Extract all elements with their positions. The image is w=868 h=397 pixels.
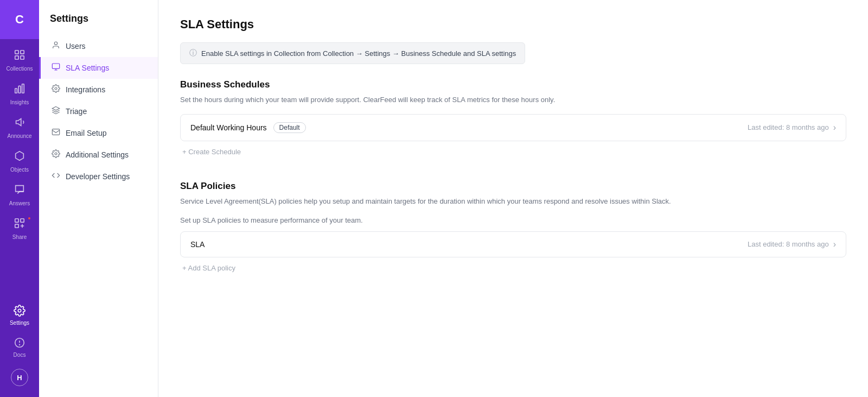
integrations-nav-label: Integrations: [66, 85, 105, 94]
docs-label: Docs: [14, 352, 26, 358]
sla-policy-last-edited: Last edited: 8 months ago: [748, 240, 829, 248]
sidebar-item-email-setup[interactable]: Email Setup: [39, 122, 158, 144]
info-banner-text: Enable SLA settings in Collection from C…: [201, 49, 516, 58]
svg-rect-16: [52, 129, 59, 135]
sidebar-item-triage[interactable]: Triage: [39, 100, 158, 122]
share-label: Share: [12, 234, 27, 240]
create-schedule-button[interactable]: + Create Schedule: [180, 142, 846, 161]
additional-settings-nav-label: Additional Settings: [66, 150, 129, 159]
sla-settings-icon: [52, 62, 60, 73]
card-row-right: Last edited: 8 months ago ›: [748, 123, 836, 133]
collections-label: Collections: [7, 66, 33, 72]
sidebar-item-docs[interactable]: Docs: [0, 332, 39, 362]
developer-settings-nav-label: Developer Settings: [66, 172, 130, 181]
svg-point-15: [55, 87, 57, 90]
default-working-hours-name: Default Working Hours: [190, 123, 267, 132]
docs-icon: [14, 337, 25, 350]
chevron-right-icon: ›: [833, 123, 836, 133]
objects-icon: [14, 150, 25, 165]
share-icon: [14, 217, 25, 232]
svg-point-17: [55, 153, 57, 155]
default-working-hours-last-edited: Last edited: 8 months ago: [748, 123, 829, 131]
users-nav-label: Users: [66, 42, 86, 51]
svg-point-12: [20, 344, 20, 345]
sidebar-item-collections[interactable]: Collections: [0, 43, 39, 77]
business-schedules-desc: Set the hours during which your team wil…: [180, 94, 846, 105]
logo-button[interactable]: C: [0, 0, 39, 39]
settings-label: Settings: [10, 320, 29, 326]
answers-icon: [14, 184, 25, 198]
svg-rect-0: [15, 51, 18, 54]
svg-rect-8: [21, 219, 24, 222]
sla-settings-nav-label: SLA Settings: [66, 64, 109, 72]
svg-rect-14: [52, 64, 59, 68]
avatar: H: [11, 369, 28, 386]
triage-nav-label: Triage: [66, 107, 87, 116]
sidebar-item-users[interactable]: Users: [39, 35, 158, 57]
sidebar-title: Settings: [39, 0, 158, 33]
sidebar-item-insights[interactable]: Insights: [0, 77, 39, 111]
email-setup-nav-label: Email Setup: [66, 129, 106, 137]
svg-point-10: [18, 309, 21, 312]
sidebar-item-settings[interactable]: Settings: [0, 300, 39, 330]
sidebar-item-developer-settings[interactable]: Developer Settings: [39, 166, 158, 187]
sla-policies-desc: Service Level Agreement(SLA) policies he…: [180, 196, 846, 207]
default-working-hours-row[interactable]: Default Working Hours Default Last edite…: [180, 114, 846, 141]
sla-policies-desc2: Set up SLA policies to measure performan…: [180, 215, 846, 226]
svg-rect-6: [22, 84, 24, 93]
svg-rect-1: [21, 51, 24, 54]
share-badge: [27, 216, 31, 220]
svg-rect-3: [21, 56, 24, 59]
developer-settings-icon: [52, 171, 60, 182]
svg-point-13: [54, 42, 57, 45]
triage-icon: [52, 106, 60, 117]
icon-bar-bottom: Settings Docs H: [0, 300, 39, 397]
objects-label: Objects: [10, 167, 29, 173]
sla-policy-row-right: Last edited: 8 months ago ›: [748, 240, 836, 249]
insights-label: Insights: [10, 99, 29, 105]
sla-policy-chevron-icon: ›: [833, 240, 836, 249]
default-badge: Default: [273, 122, 306, 133]
svg-rect-5: [18, 86, 21, 93]
insights-icon: [14, 83, 25, 97]
svg-rect-9: [15, 224, 18, 228]
settings-icon: [14, 305, 25, 318]
logo-letter: C: [10, 10, 29, 29]
sla-policy-name: SLA: [190, 240, 205, 249]
additional-settings-icon: [52, 149, 60, 160]
svg-rect-7: [15, 219, 18, 222]
sla-policy-row-left: SLA: [190, 240, 205, 249]
svg-rect-4: [15, 89, 17, 93]
sla-policy-row[interactable]: SLA Last edited: 8 months ago ›: [180, 231, 846, 257]
sidebar-item-additional-settings[interactable]: Additional Settings: [39, 144, 158, 166]
add-sla-policy-button[interactable]: + Add SLA policy: [180, 259, 846, 278]
sla-policies-title: SLA Policies: [180, 181, 846, 192]
collections-icon: [14, 49, 25, 64]
email-setup-icon: [52, 128, 60, 138]
info-banner: ⓘ Enable SLA settings in Collection from…: [180, 42, 525, 64]
business-schedules-section: Business Schedules Set the hours during …: [180, 79, 846, 161]
announce-label: Announce: [7, 133, 31, 139]
sla-policies-section: SLA Policies Service Level Agreement(SLA…: [180, 181, 846, 278]
business-schedules-title: Business Schedules: [180, 79, 846, 90]
sidebar: Settings Users SLA Settings: [39, 0, 158, 397]
card-row-left: Default Working Hours Default: [190, 122, 306, 133]
icon-bar: C Collections Insights: [0, 0, 39, 397]
sidebar-item-objects[interactable]: Objects: [0, 144, 39, 178]
user-avatar-button[interactable]: H: [0, 364, 39, 390]
integrations-icon: [52, 84, 60, 95]
sidebar-item-answers[interactable]: Answers: [0, 178, 39, 212]
sidebar-item-announce[interactable]: Announce: [0, 111, 39, 144]
sidebar-item-share[interactable]: Share: [0, 212, 39, 245]
create-schedule-label: + Create Schedule: [182, 148, 241, 156]
main-content: SLA Settings ⓘ Enable SLA settings in Co…: [158, 0, 868, 397]
page-title: SLA Settings: [180, 17, 846, 31]
info-icon: ⓘ: [189, 48, 197, 58]
users-icon: [52, 41, 60, 52]
svg-rect-2: [15, 56, 18, 59]
answers-label: Answers: [9, 200, 30, 206]
add-sla-policy-label: + Add SLA policy: [182, 264, 235, 272]
icon-bar-items: Collections Insights Announce: [0, 39, 39, 300]
sidebar-item-sla-settings[interactable]: SLA Settings: [39, 57, 158, 79]
sidebar-item-integrations[interactable]: Integrations: [39, 79, 158, 100]
